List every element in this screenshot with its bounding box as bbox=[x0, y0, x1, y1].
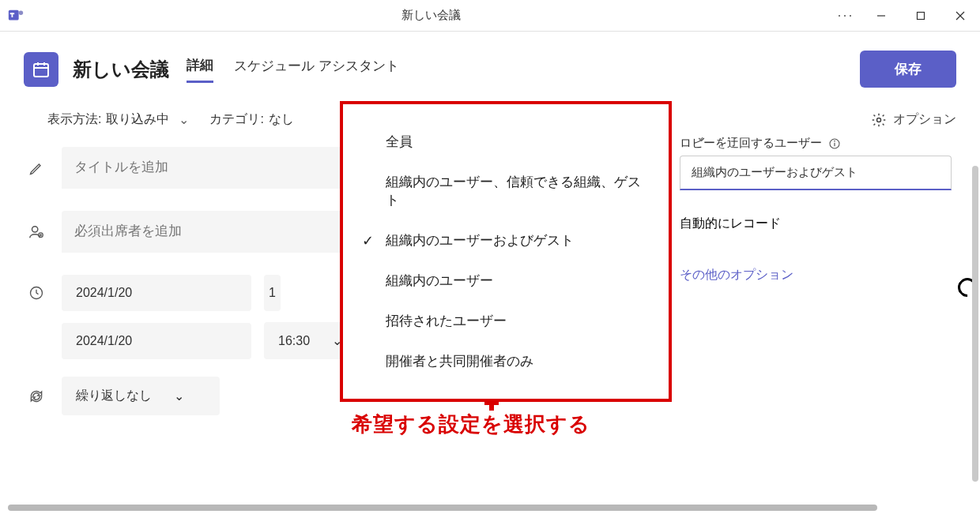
svg-rect-0 bbox=[9, 9, 19, 20]
dropdown-item[interactable]: 開催者と共同開催者のみ bbox=[343, 341, 669, 381]
more-icon[interactable]: ··· bbox=[830, 7, 861, 24]
tab-scheduling-assistant[interactable]: スケジュール アシスタント bbox=[234, 57, 399, 81]
pencil-icon bbox=[24, 160, 49, 176]
start-time-field[interactable]: 1 bbox=[264, 275, 281, 311]
lobby-bypass-select[interactable] bbox=[680, 156, 952, 190]
save-button[interactable]: 保存 bbox=[860, 51, 956, 88]
svg-point-1 bbox=[19, 10, 23, 14]
add-people-icon bbox=[24, 223, 49, 241]
window-title: 新しい会議 bbox=[32, 8, 830, 23]
teams-icon bbox=[7, 7, 24, 24]
end-time-value: 16:30 bbox=[278, 334, 310, 348]
repeat-value: 繰り返しなし bbox=[76, 388, 152, 404]
svg-rect-3 bbox=[10, 13, 15, 14]
page-header: 新しい会議 詳細 スケジュール アシスタント 保存 bbox=[0, 32, 980, 96]
clock-icon bbox=[24, 285, 49, 301]
chevron-down-icon[interactable]: ⌄ bbox=[179, 112, 189, 127]
tabs: 詳細 スケジュール アシスタント bbox=[187, 56, 399, 83]
options-button[interactable]: オプション bbox=[871, 111, 956, 128]
more-dots-icon[interactable]: ··· bbox=[721, 128, 739, 146]
show-as-value[interactable]: 取り込み中 bbox=[106, 111, 169, 128]
dropdown-item[interactable]: 組織内のユーザー bbox=[343, 261, 669, 301]
repeat-icon bbox=[24, 388, 49, 404]
start-date-field[interactable]: 2024/1/20 bbox=[62, 275, 251, 311]
annotation-text: 希望する設定を選択する bbox=[352, 411, 590, 438]
dropdown-item[interactable]: 招待されたユーザー bbox=[343, 301, 669, 341]
options-label: オプション bbox=[893, 111, 956, 128]
calendar-icon bbox=[24, 52, 58, 87]
gear-icon bbox=[871, 112, 887, 128]
chevron-down-icon[interactable]: ⌄ bbox=[695, 128, 707, 145]
svg-point-13 bbox=[32, 226, 38, 231]
page-title: 新しい会議 bbox=[73, 57, 169, 82]
more-options-link[interactable]: その他のオプション bbox=[680, 267, 952, 283]
horizontal-scrollbar[interactable] bbox=[8, 505, 877, 511]
show-as-label: 表示方法: bbox=[47, 111, 101, 128]
vertical-scrollbar[interactable] bbox=[972, 166, 978, 482]
auto-record-label: 自動的にレコード bbox=[680, 216, 781, 232]
info-icon[interactable] bbox=[828, 137, 841, 150]
lobby-bypass-dropdown: 全員 組織内のユーザー、信頼できる組織、ゲスト 組織内のユーザーおよびゲスト 組… bbox=[340, 101, 672, 402]
svg-rect-8 bbox=[34, 64, 48, 77]
teams-app-icon bbox=[0, 7, 32, 24]
dropdown-item-selected[interactable]: 組織内のユーザーおよびゲスト bbox=[343, 220, 669, 261]
auto-record-row: 自動的にレコード bbox=[680, 216, 952, 232]
svg-point-12 bbox=[877, 118, 881, 122]
close-button[interactable] bbox=[940, 0, 980, 32]
dropdown-item[interactable]: 組織内のユーザー、信頼できる組織、ゲスト bbox=[343, 162, 669, 220]
chevron-down-icon: ⌄ bbox=[174, 388, 184, 403]
category-label: カテゴリ: bbox=[209, 111, 263, 128]
right-column: ロビーを迂回するユーザー 自動的にレコード その他のオプション bbox=[680, 136, 980, 426]
titlebar: 新しい会議 ··· bbox=[0, 0, 980, 32]
repeat-select[interactable]: 繰り返しなし ⌄ bbox=[62, 377, 220, 415]
end-date-field[interactable]: 2024/1/20 bbox=[62, 323, 251, 359]
dropdown-item[interactable]: 全員 bbox=[343, 122, 669, 162]
minimize-button[interactable] bbox=[861, 0, 901, 32]
category-value[interactable]: なし bbox=[269, 111, 294, 128]
svg-point-20 bbox=[834, 140, 835, 141]
tab-detail[interactable]: 詳細 bbox=[187, 56, 213, 83]
maximize-button[interactable] bbox=[901, 0, 940, 32]
svg-rect-5 bbox=[918, 12, 925, 19]
